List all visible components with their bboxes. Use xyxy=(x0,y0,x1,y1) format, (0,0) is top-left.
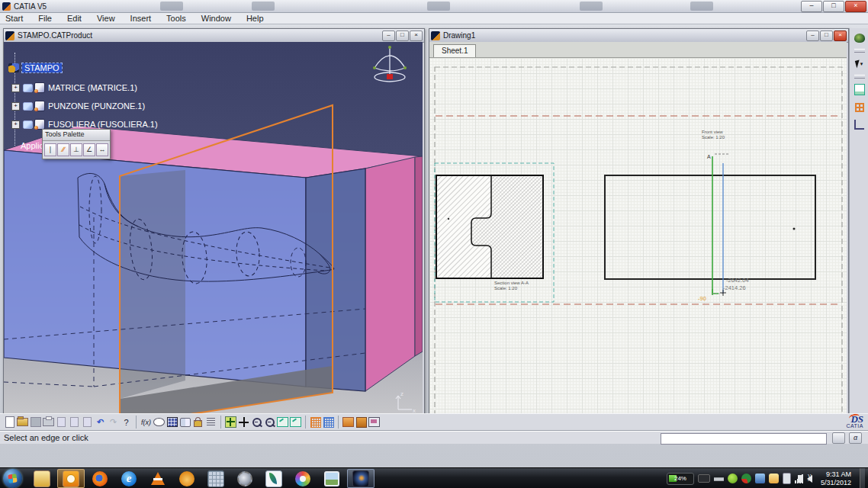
new-document-icon[interactable] xyxy=(3,416,16,429)
taskbar-vnc[interactable] xyxy=(173,469,201,488)
palette-cursor-button[interactable]: | xyxy=(44,143,56,156)
tree-item-fusoliera[interactable]: + FUSOLIERA (FUSOLIERA.1) xyxy=(11,119,158,130)
battery-indicator[interactable]: 24% xyxy=(667,473,694,485)
lock-icon[interactable] xyxy=(191,416,204,429)
menu-view[interactable]: View xyxy=(89,14,123,23)
sync-tray-icon[interactable] xyxy=(714,474,724,483)
product-maximize-button[interactable]: □ xyxy=(396,30,409,41)
start-button[interactable] xyxy=(3,469,22,488)
tree-item-label[interactable]: MATRICE (MATRICE.1) xyxy=(48,83,137,92)
product-minimize-button[interactable]: – xyxy=(382,30,395,41)
taskbar-catia-active[interactable] xyxy=(347,469,375,488)
undo-icon[interactable]: ↶ xyxy=(94,416,107,429)
zoom-out-icon[interactable] xyxy=(263,416,276,429)
tree-item-matrice[interactable]: + MATRICE (MATRICE.1) xyxy=(11,82,137,93)
show-desktop-button[interactable] xyxy=(860,468,865,488)
tools-palette-toggle-button[interactable] xyxy=(832,432,845,444)
tab-sheet1[interactable]: Sheet.1 xyxy=(433,44,476,57)
normal-view-icon[interactable] xyxy=(276,416,289,429)
front-view-outline[interactable] xyxy=(605,175,815,279)
drawing-maximize-button[interactable]: □ xyxy=(820,30,833,41)
power-plug-icon[interactable] xyxy=(698,474,710,483)
pan-icon[interactable] xyxy=(237,416,250,429)
copy-icon[interactable] xyxy=(68,416,81,429)
menu-help[interactable]: Help xyxy=(239,14,272,23)
drawing-window-titlebar[interactable]: Drawing1 – □ × xyxy=(429,29,848,43)
taskbar-outlook[interactable] xyxy=(57,469,85,488)
tree-item-label[interactable]: PUNZONE (PUNZONE.1) xyxy=(48,101,145,111)
iso-view-icon[interactable] xyxy=(289,416,302,429)
messenger-tray-icon[interactable] xyxy=(769,474,779,483)
catalog-icon[interactable] xyxy=(342,416,355,429)
palette-angle-button[interactable]: ∠ xyxy=(83,143,95,156)
rules-icon[interactable] xyxy=(204,416,217,429)
taskbar-clock[interactable]: 9:31 AM 5/31/2012 xyxy=(816,470,856,487)
update-tray-icon[interactable] xyxy=(741,474,751,483)
expand-icon[interactable]: + xyxy=(11,102,20,111)
device-tray-icon[interactable] xyxy=(783,473,791,484)
palette-distance-button[interactable]: ↔ xyxy=(96,143,108,156)
drawing-minimize-button[interactable]: – xyxy=(806,30,819,41)
zoom-in-icon[interactable] xyxy=(250,416,263,429)
taskbar-vlc[interactable] xyxy=(144,469,172,488)
tree-root-label[interactable]: STAMPO xyxy=(22,63,62,72)
save-icon[interactable] xyxy=(29,416,42,429)
tree-item-punzone[interactable]: + PUNZONE (PUNZONE.1) xyxy=(11,101,145,111)
taskbar-internet-explorer[interactable]: e xyxy=(115,469,143,488)
tree-item-label[interactable]: FUSOLIERA (FUSOLIERA.1) xyxy=(48,120,158,129)
network-tray-icon[interactable] xyxy=(755,474,765,483)
tree-root-stampo[interactable]: STAMPO xyxy=(8,63,62,72)
taskbar-photo-viewer[interactable] xyxy=(318,469,346,488)
drawing-sheet[interactable]: Section view A-A Scale: 1:20 Front view … xyxy=(429,58,847,422)
menu-file[interactable]: File xyxy=(31,14,59,23)
comment-icon[interactable] xyxy=(153,416,166,429)
formula-icon[interactable]: f(x) xyxy=(140,416,153,429)
design-table-icon[interactable] xyxy=(166,416,178,429)
grid-icon[interactable] xyxy=(322,416,335,429)
menu-start[interactable]: Start xyxy=(0,14,31,23)
antivirus-tray-icon[interactable] xyxy=(728,474,738,483)
cut-icon[interactable] xyxy=(55,416,68,429)
taskbar-settings[interactable] xyxy=(231,469,259,488)
tools-palette[interactable]: Tools Palette | ∕∕ ⊥ ∠ ↔ xyxy=(42,129,111,159)
power-input[interactable] xyxy=(661,433,827,445)
volume-icon[interactable] xyxy=(807,475,812,483)
select-tool-icon[interactable]: ▾ xyxy=(853,57,866,70)
menu-tools[interactable]: Tools xyxy=(159,14,194,23)
redo-icon[interactable]: ↷ xyxy=(107,416,120,429)
relations-icon[interactable] xyxy=(178,416,191,429)
instantiate-2d-icon[interactable] xyxy=(853,101,866,114)
restore-button[interactable]: □ xyxy=(823,1,844,12)
open-icon[interactable] xyxy=(16,416,29,429)
toolbar-grip[interactable] xyxy=(854,49,865,53)
menu-insert[interactable]: Insert xyxy=(123,14,159,23)
fly-mode-icon[interactable] xyxy=(853,31,866,44)
power-input-button[interactable]: α xyxy=(849,432,862,444)
toolbar-grip[interactable] xyxy=(854,75,865,79)
capture-icon[interactable] xyxy=(368,416,381,429)
minimize-button[interactable]: – xyxy=(801,1,822,12)
drawing-close-button[interactable]: × xyxy=(834,30,847,41)
axis-system-icon[interactable] xyxy=(853,118,866,131)
palette-perpendicular-button[interactable]: ⊥ xyxy=(70,143,82,156)
taskbar-firefox[interactable] xyxy=(86,469,114,488)
new-sheet-icon[interactable] xyxy=(853,83,866,96)
context-help-icon[interactable]: ? xyxy=(120,416,133,429)
menu-edit[interactable]: Edit xyxy=(59,14,89,23)
close-button[interactable]: × xyxy=(845,1,866,12)
expand-icon[interactable]: + xyxy=(11,84,20,92)
3d-viewport[interactable]: z x STAMPO + MATRICE (MATRICE.1) xyxy=(4,42,423,422)
menu-window[interactable]: Window xyxy=(194,14,239,23)
taskbar-paint[interactable] xyxy=(289,469,317,488)
fit-all-icon[interactable] xyxy=(224,416,237,429)
product-window-titlebar[interactable]: STAMPO.CATProduct – □ × xyxy=(4,29,424,43)
library-icon[interactable] xyxy=(355,416,368,429)
expand-icon[interactable]: + xyxy=(11,120,20,129)
view-compass[interactable] xyxy=(369,45,410,85)
taskbar-notes[interactable] xyxy=(260,469,288,488)
taskbar-calculator[interactable] xyxy=(202,469,230,488)
palette-parallel-button[interactable]: ∕∕ xyxy=(57,143,69,156)
product-close-button[interactable]: × xyxy=(410,30,423,41)
tools-palette-title[interactable]: Tools Palette xyxy=(43,130,110,141)
taskbar-explorer[interactable] xyxy=(28,469,56,488)
